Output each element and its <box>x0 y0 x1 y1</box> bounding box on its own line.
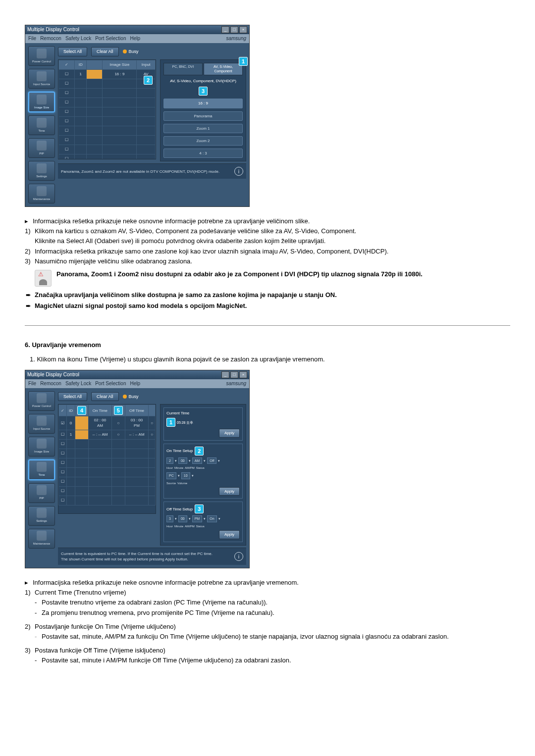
section-intro: 1. Klikom na ikonu Time (Vrijeme) u stup… <box>30 355 510 364</box>
ontime-minute[interactable]: 00 <box>178 457 187 464</box>
apply-button-ontime[interactable]: Apply <box>219 487 240 496</box>
imagesize-icon <box>37 439 47 449</box>
ontime-hour[interactable]: 2 <box>166 457 173 464</box>
text-line: Postava funkcije Off Time (Vrijeme isklj… <box>35 646 165 655</box>
menu-help[interactable]: Help <box>130 380 140 387</box>
power-icon <box>37 49 47 58</box>
menu-remocon[interactable]: Remocon <box>40 35 61 42</box>
sidebar-item-maintenance[interactable]: Maintenance <box>28 184 55 203</box>
ontime-source[interactable]: PC <box>166 472 176 479</box>
sidebar-item-input-source[interactable]: Input Source <box>28 414 55 434</box>
option-16-9[interactable]: 16 : 9 <box>163 99 243 108</box>
pip-icon <box>37 141 47 151</box>
ontime-status[interactable]: Off <box>207 457 216 464</box>
table-row[interactable]: ☐ <box>59 107 156 116</box>
table-row[interactable]: ☐ <box>59 135 156 145</box>
offtime-ampm[interactable]: PM <box>192 515 203 522</box>
menu-portselection[interactable]: Port Selection <box>95 380 126 387</box>
tab-av-svideo-component[interactable]: AV, S-Video, Component <box>204 63 243 76</box>
menu-safetylock[interactable]: Safety Lock <box>65 380 91 387</box>
col-check: ✓ <box>59 405 67 416</box>
minimize-icon[interactable]: _ <box>221 26 229 33</box>
option-4-3[interactable]: 4 : 3 <box>163 149 243 158</box>
menu-safetylock[interactable]: Safety Lock <box>65 35 91 42</box>
offtime-minute[interactable]: 00 <box>178 515 187 522</box>
menu-file[interactable]: File <box>28 35 36 42</box>
table-row[interactable]: ☐ <box>59 98 156 107</box>
select-all-button[interactable]: Select All <box>58 47 87 56</box>
num-1: 1) <box>25 588 35 597</box>
minimize-icon[interactable]: _ <box>221 371 229 378</box>
offtime-status[interactable]: On <box>207 515 216 522</box>
table-row[interactable]: ☐ <box>59 449 156 458</box>
option-zoom2[interactable]: Zoom 2 <box>163 136 243 146</box>
offtime-hour[interactable]: 3 <box>166 515 173 522</box>
source-icon <box>37 416 47 426</box>
table-row[interactable]: ☐ 1 16 : 9 AV <box>59 69 156 79</box>
badge-2: 2 <box>195 447 204 455</box>
table-row[interactable]: ☐1 -- : -- AM○ -- : -- AM○ <box>59 430 156 439</box>
menu-help[interactable]: Help <box>130 35 140 42</box>
doc-block-1: ▸Informacijska rešetka prikazuje neke os… <box>25 217 510 310</box>
sidebar-item-settings[interactable]: Settings <box>28 506 55 526</box>
window-title: Multiple Display Control <box>27 26 79 33</box>
maximize-icon[interactable]: □ <box>230 371 238 378</box>
option-panorama[interactable]: Panorama <box>163 111 243 121</box>
sidebar-item-image-size[interactable]: Image Size <box>28 437 55 456</box>
col-ontime: On Time <box>89 405 112 416</box>
pip-icon <box>37 485 47 495</box>
brand-label: samsung <box>226 380 246 387</box>
sidebar-item-power-control[interactable]: Power Control <box>28 46 55 66</box>
apply-button-offtime[interactable]: Apply <box>219 530 240 539</box>
tab-pc-bnc-dvi[interactable]: PC, BNC, DVI <box>163 63 203 76</box>
dash-icon: - <box>35 656 42 665</box>
menu-file[interactable]: File <box>28 380 36 387</box>
table-row[interactable]: ☐ <box>59 439 156 449</box>
clear-all-button[interactable]: Clear All <box>91 392 119 402</box>
option-zoom1[interactable]: Zoom 1 <box>163 124 243 133</box>
ontime-ampm[interactable]: AM <box>192 457 203 464</box>
col-status: 4 <box>75 405 89 416</box>
text-line: Postavljanje funkcije On Time (Vrijeme u… <box>35 622 176 631</box>
table-row[interactable]: ☑0 02 : 00 AM○ 03 : 00 PM○ <box>59 416 156 430</box>
menu-remocon[interactable]: Remocon <box>40 380 61 387</box>
gear-icon <box>37 508 47 518</box>
clear-all-button[interactable]: Clear All <box>91 47 119 56</box>
table-row[interactable]: ☐ <box>59 477 156 486</box>
apply-button-current[interactable]: Apply <box>219 429 240 437</box>
table-row[interactable]: ☐ <box>59 496 156 505</box>
sidebar-item-pip[interactable]: PIP <box>28 138 55 158</box>
dash-icon: - <box>35 632 42 641</box>
table-row[interactable]: ☐ <box>59 79 156 88</box>
clock-icon <box>37 118 47 128</box>
table-row[interactable]: ☐ <box>59 467 156 477</box>
sidebar-item-pip[interactable]: PIP <box>28 483 55 503</box>
table-row[interactable]: ☐ <box>59 116 156 126</box>
table-row[interactable]: ☐ <box>59 486 156 496</box>
table-row[interactable]: ☐ <box>59 126 156 135</box>
sidebar-item-image-size[interactable]: Image Size <box>28 92 55 112</box>
badge-1: 1 <box>239 57 248 66</box>
footer-message: Current time is equivalent to PC time. I… <box>58 548 246 565</box>
close-icon[interactable]: × <box>239 371 247 378</box>
ontime-volume[interactable]: 10 <box>181 472 190 479</box>
brand-label: samsung <box>226 35 246 42</box>
sidebar-item-input-source[interactable]: Input Source <box>28 69 55 89</box>
table-row[interactable]: ☐ <box>59 88 156 98</box>
col-offtime: Off Time <box>125 405 148 416</box>
sidebar-item-maintenance[interactable]: Maintenance <box>28 529 55 549</box>
window-titlebar: Multiple Display Control _ □ × <box>25 370 249 379</box>
sidebar-item-time[interactable]: Time <box>28 115 55 135</box>
sidebar-item-power-control[interactable]: Power Control <box>28 391 55 411</box>
sidebar-item-settings[interactable]: Settings <box>28 161 55 181</box>
table-row[interactable]: ☐ <box>59 154 156 159</box>
select-all-button[interactable]: Select All <box>58 392 87 402</box>
menu-portselection[interactable]: Port Selection <box>95 35 126 42</box>
close-icon[interactable]: × <box>239 26 247 33</box>
maximize-icon[interactable]: □ <box>230 26 238 33</box>
table-row[interactable]: ☐ <box>59 458 156 467</box>
info-icon: i <box>234 552 243 561</box>
sidebar-item-time[interactable]: Time <box>28 459 55 480</box>
footer-message: Panorama, Zoom1 and Zoom2 are not availa… <box>58 163 246 179</box>
table-row[interactable]: ☐ <box>59 145 156 154</box>
